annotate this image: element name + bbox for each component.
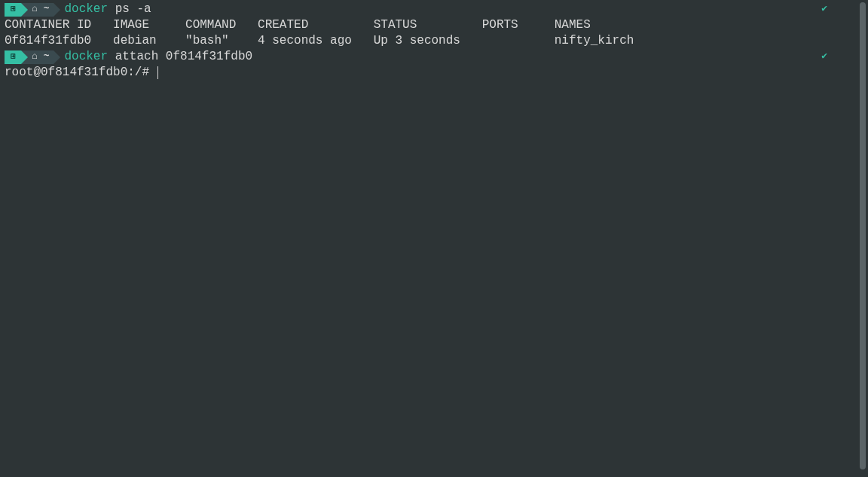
terminal-area[interactable]: ⊞ ⌂ ~ docker ps -a ✔ CONTAINER ID IMAGE … xyxy=(0,0,856,82)
prompt-line-1: ⊞ ⌂ ~ docker ps -a ✔ xyxy=(5,2,851,17)
cmd-name: docker xyxy=(64,50,108,63)
shell-prompt-text: root@0f814f31fdb0:/# xyxy=(5,66,157,79)
home-icon: ⌂ xyxy=(32,3,38,16)
status-check-icon: ✔ xyxy=(821,50,827,63)
command-1: docker ps -a xyxy=(64,2,151,17)
command-2: docker attach 0f814f31fdb0 xyxy=(64,49,252,65)
path-tilde: ~ xyxy=(44,50,50,63)
scrollbar[interactable] xyxy=(860,2,866,469)
cmd-args: ps -a xyxy=(108,2,151,16)
cmd-args: attach 0f814f31fdb0 xyxy=(108,50,252,63)
distro-logo-badge: ⊞ xyxy=(5,50,21,64)
ps-header-row: CONTAINER ID IMAGE COMMAND CREATED STATU… xyxy=(5,17,851,33)
ps-data-row: 0f814f31fdb0 debian "bash" 4 seconds ago… xyxy=(5,33,851,49)
home-icon: ⌂ xyxy=(32,50,38,63)
cursor xyxy=(157,66,159,79)
path-tilde: ~ xyxy=(44,3,50,16)
prompt-line-2: ⊞ ⌂ ~ docker attach 0f814f31fdb0 ✔ xyxy=(5,49,851,65)
distro-logo-badge: ⊞ xyxy=(5,3,21,17)
status-check-icon: ✔ xyxy=(821,3,827,16)
container-shell-prompt[interactable]: root@0f814f31fdb0:/# xyxy=(5,65,851,81)
cmd-name: docker xyxy=(64,2,108,16)
